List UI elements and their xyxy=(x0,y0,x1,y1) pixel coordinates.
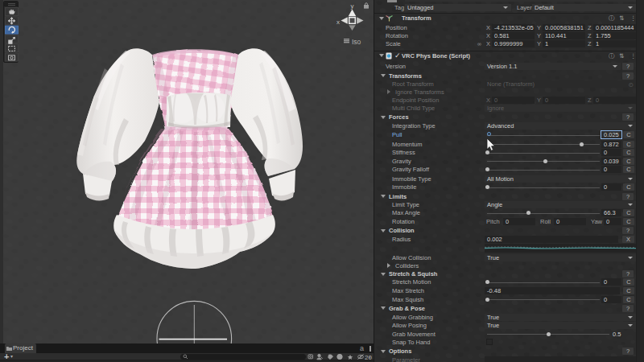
svg-text:y: y xyxy=(351,2,354,10)
svg-text:x: x xyxy=(336,19,340,26)
svg-text:Iso: Iso xyxy=(352,38,361,46)
